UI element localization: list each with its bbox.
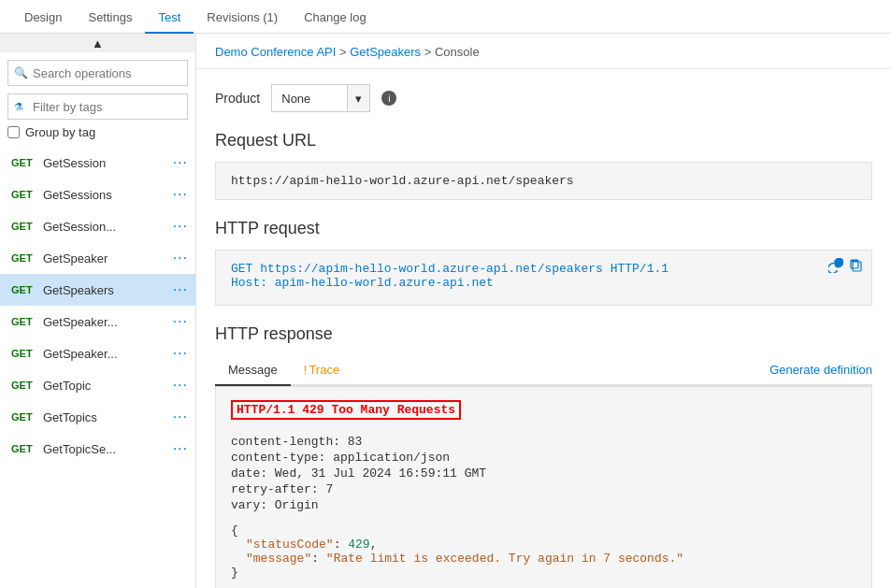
tab-trace[interactable]: !Trace	[291, 355, 352, 386]
tab-message[interactable]: Message	[215, 355, 291, 386]
resp-header-retry-after: retry-after: 7	[231, 482, 856, 496]
op-method: GET	[11, 348, 37, 359]
response-json-body: { "statusCode": 429, "message": "Rate li…	[231, 523, 856, 580]
op-item-getspeaker[interactable]: GET GetSpeaker ···	[0, 242, 195, 274]
search-box: 🔍	[7, 60, 188, 86]
link-icon[interactable]	[828, 258, 843, 278]
breadcrumb-operation-link[interactable]: GetSpeakers	[350, 45, 421, 59]
op-method: GET	[11, 443, 37, 454]
copy-icons	[828, 258, 864, 278]
product-info-icon[interactable]: i	[381, 91, 396, 106]
op-menu-dots[interactable]: ···	[173, 186, 188, 203]
op-name: GetTopicSe...	[43, 442, 167, 456]
op-menu-dots[interactable]: ···	[173, 345, 188, 362]
search-input[interactable]	[7, 60, 188, 86]
op-name: GetSpeaker...	[43, 347, 167, 361]
op-menu-dots[interactable]: ···	[173, 281, 188, 298]
breadcrumb: Demo Conference API > GetSpeakers > Cons…	[196, 34, 891, 69]
http-response-title: HTTP response	[215, 324, 872, 344]
breadcrumb-page: Console	[435, 45, 480, 59]
http-request-line1: GET https://apim-hello-world.azure-api.n…	[231, 262, 856, 276]
tab-test[interactable]: Test	[145, 3, 194, 34]
resp-header-content-type: content-type: application/json	[231, 451, 856, 465]
op-name: GetTopics	[43, 410, 167, 424]
resp-header-date: date: Wed, 31 Jul 2024 16:59:11 GMT	[231, 466, 856, 480]
scroll-up-button[interactable]: ▲	[0, 34, 195, 52]
op-method: GET	[11, 221, 37, 232]
json-val-statusCode: 429	[348, 538, 369, 552]
op-method: GET	[11, 284, 37, 295]
op-item-gettopics[interactable]: GET GetTopics ···	[0, 401, 195, 433]
product-select-value: None	[272, 92, 347, 106]
filter-box: ⚗	[7, 93, 188, 120]
product-select[interactable]: None ▾	[271, 84, 370, 112]
http-request-box: GET https://apim-hello-world.azure-api.n…	[215, 250, 872, 306]
http-request-line2: Host: apim-hello-world.azure-api.net	[231, 276, 856, 290]
group-by-label: Group by tag	[25, 125, 95, 139]
op-method: GET	[11, 252, 37, 264]
info-icon-label: i	[388, 93, 390, 104]
op-method: GET	[11, 189, 37, 200]
request-url-title: Request URL	[215, 131, 872, 151]
http-status-line: HTTP/1.1 429 Too Many Requests	[231, 400, 461, 420]
copy-icon[interactable]	[849, 258, 864, 278]
content-panel: Demo Conference API > GetSpeakers > Cons…	[196, 34, 891, 588]
resp-header-content-length: content-length: 83	[231, 435, 856, 449]
op-item-getspeaker2[interactable]: GET GetSpeaker... ···	[0, 306, 195, 337]
op-name: GetTopic	[43, 379, 167, 393]
op-name: GetSession	[43, 156, 167, 170]
op-menu-dots[interactable]: ···	[173, 250, 188, 266]
op-method: GET	[11, 157, 37, 168]
op-item-getspeakers[interactable]: GET GetSpeakers ···	[0, 274, 195, 306]
breadcrumb-sep1: >	[339, 45, 350, 59]
op-item-getsession2[interactable]: GET GetSession... ···	[0, 210, 195, 242]
search-icon: 🔍	[14, 66, 28, 79]
product-dropdown-arrow[interactable]: ▾	[347, 85, 369, 111]
generate-definition-link[interactable]: Generate definition	[769, 355, 872, 384]
op-name: GetSessions	[43, 188, 167, 202]
tab-revisions[interactable]: Revisions (1)	[194, 3, 291, 34]
op-menu-dots[interactable]: ···	[173, 218, 188, 235]
json-key-message: "message"	[246, 552, 311, 566]
op-item-getsession[interactable]: GET GetSession ···	[0, 147, 195, 179]
tab-changelog[interactable]: Change log	[291, 3, 380, 34]
op-menu-dots[interactable]: ···	[173, 377, 188, 394]
sidebar: ▲ 🔍 ⚗ Group by tag GET GetSession ··· GE…	[0, 34, 196, 588]
trace-warning-icon: !	[304, 363, 308, 377]
filter-input[interactable]	[7, 93, 188, 120]
product-label: Product	[215, 91, 260, 106]
response-section: Message !Trace Generate definition HTTP/…	[215, 355, 872, 588]
tab-settings[interactable]: Settings	[75, 3, 145, 34]
op-menu-dots[interactable]: ···	[173, 440, 188, 457]
op-item-getspeaker3[interactable]: GET GetSpeaker... ···	[0, 337, 195, 369]
main-layout: ▲ 🔍 ⚗ Group by tag GET GetSession ··· GE…	[0, 34, 891, 588]
response-body: HTTP/1.1 429 Too Many Requests content-l…	[215, 386, 872, 588]
operations-list: GET GetSession ··· GET GetSessions ··· G…	[0, 147, 195, 588]
op-method: GET	[11, 411, 37, 423]
request-url-box: https://apim-hello-world.azure-api.net/s…	[215, 162, 872, 200]
op-menu-dots[interactable]: ···	[173, 313, 188, 330]
op-item-gettopic[interactable]: GET GetTopic ···	[0, 369, 195, 401]
chevron-up-icon: ▲	[92, 36, 104, 50]
resp-header-vary: vary: Origin	[231, 498, 856, 512]
op-item-gettopicse[interactable]: GET GetTopicSe... ···	[0, 433, 195, 465]
breadcrumb-sep2: >	[424, 45, 435, 59]
breadcrumb-api-link[interactable]: Demo Conference API	[215, 45, 336, 59]
op-name: GetSpeaker	[43, 251, 167, 265]
op-method: GET	[11, 380, 37, 391]
chevron-down-icon: ▾	[355, 92, 362, 106]
http-request-title: HTTP request	[215, 219, 872, 238]
op-name: GetSpeakers	[43, 283, 167, 297]
svg-rect-0	[853, 262, 861, 271]
tab-design[interactable]: Design	[11, 3, 75, 34]
json-key-statusCode: "statusCode"	[246, 538, 334, 552]
op-item-getsessions[interactable]: GET GetSessions ···	[0, 179, 195, 210]
op-name: GetSpeaker...	[43, 315, 167, 329]
group-by-checkbox[interactable]	[7, 126, 20, 138]
filter-icon: ⚗	[14, 101, 23, 113]
json-val-message: "Rate limit is exceeded. Try again in 7 …	[326, 552, 683, 566]
op-menu-dots[interactable]: ···	[173, 409, 188, 425]
top-nav: Design Settings Test Revisions (1) Chang…	[0, 0, 891, 34]
op-menu-dots[interactable]: ···	[173, 154, 188, 171]
group-by-checkbox-row[interactable]: Group by tag	[7, 125, 188, 139]
